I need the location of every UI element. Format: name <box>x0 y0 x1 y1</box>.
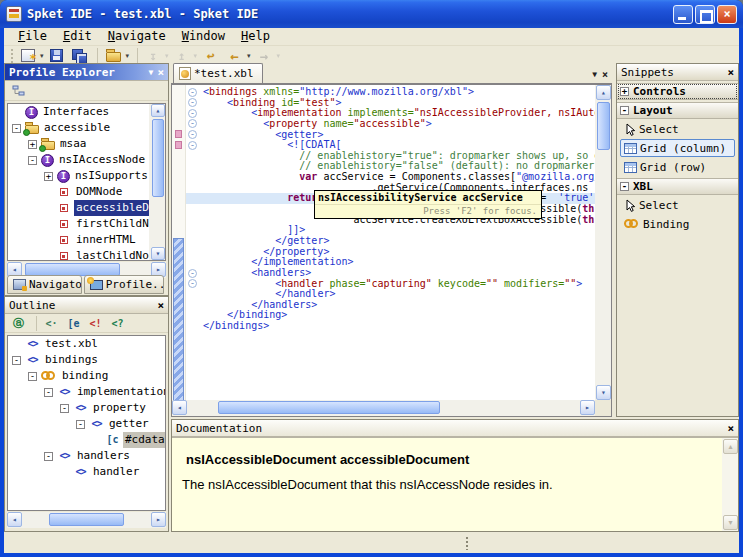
tree-item[interactable]: +InsISupports <box>8 168 151 184</box>
menu-file[interactable]: File <box>10 28 55 43</box>
filter-pi-button[interactable]: <? <box>108 315 130 332</box>
expand-icon[interactable]: + <box>28 140 37 149</box>
filter-comments-button[interactable]: <· <box>42 315 64 332</box>
dropdown-caret-icon[interactable]: ▾ <box>165 52 169 60</box>
dropdown-caret-icon[interactable]: ▾ <box>277 52 281 60</box>
documentation-close-icon[interactable]: × <box>727 421 734 436</box>
collapse-icon[interactable]: - <box>44 452 53 461</box>
toggle-attributes-button[interactable]: ⓐ <box>9 315 31 332</box>
tree-item[interactable]: -binding <box>8 368 165 384</box>
tree-item[interactable]: [c#cdata <box>8 432 165 448</box>
editor-annotation-ruler[interactable] <box>172 85 186 400</box>
code-viewport[interactable]: <bindings xmlns="http://www.mozilla.org/… <box>186 85 595 400</box>
tree-item[interactable]: <>handler <box>8 464 165 480</box>
collapse-icon[interactable]: - <box>28 156 37 165</box>
tree-hierarchy-button[interactable] <box>9 82 31 99</box>
tree-item[interactable]: -InsIAccessNode <box>8 152 151 168</box>
tree-item[interactable]: <>test.xbl <box>8 336 165 352</box>
view-tab-navigator[interactable]: Navigator <box>7 275 82 294</box>
new-wizard-button[interactable]: ▾ <box>19 47 46 65</box>
last-edit-location-button[interactable]: ↩ <box>201 47 223 65</box>
outline-tree[interactable]: <>test.xbl-<>bindings-binding-<>implemen… <box>7 335 166 511</box>
collapse-icon[interactable]: - <box>76 420 85 429</box>
snippet-item[interactable]: Binding <box>620 215 735 233</box>
tree-item[interactable]: -<>property <box>8 400 165 416</box>
tree-item[interactable]: accessibleDo <box>8 200 151 216</box>
tree-item[interactable]: firstChildNo <box>8 216 151 232</box>
minimize-button[interactable] <box>673 5 693 24</box>
scroll-up-icon[interactable]: ▴ <box>596 85 611 100</box>
outline-hscrollbar[interactable]: ◂ ▸ <box>7 512 166 528</box>
scroll-right-icon[interactable]: ▸ <box>151 512 166 527</box>
menu-edit[interactable]: Edit <box>55 28 100 43</box>
back-button[interactable]: ←▾ <box>225 47 253 65</box>
fold-collapse-icon[interactable]: - <box>188 269 197 278</box>
snippets-section-xbl[interactable]: -XBL <box>617 178 738 195</box>
collapse-icon[interactable]: - <box>620 182 629 191</box>
dropdown-caret-icon[interactable]: ▾ <box>247 52 251 60</box>
filter-doctype-button[interactable]: <! <box>86 315 108 332</box>
tree-item[interactable]: lastChildNod <box>8 248 151 260</box>
collapse-icon[interactable]: - <box>28 372 37 381</box>
dropdown-caret-icon[interactable]: ▾ <box>126 52 130 60</box>
documentation-vscrollbar[interactable]: ▴ ▾ <box>722 438 738 531</box>
tree-item[interactable]: -accessible <box>8 120 151 136</box>
editor-dropdown-icon[interactable]: ▼ <box>592 70 597 79</box>
expand-icon[interactable]: + <box>44 172 53 181</box>
dropdown-caret-icon[interactable]: ▾ <box>194 52 198 60</box>
editor-tab[interactable]: *test.xbl <box>173 63 263 83</box>
scroll-down-icon[interactable]: ▾ <box>596 385 611 400</box>
tree-item[interactable]: -<>getter <box>8 416 165 432</box>
menu-help[interactable]: Help <box>233 28 278 43</box>
profile-explorer-close-icon[interactable]: × <box>157 65 164 80</box>
tree-item[interactable]: DOMNode <box>8 184 151 200</box>
tree-item[interactable]: -<>handlers <box>8 448 165 464</box>
scroll-thumb[interactable] <box>597 102 610 150</box>
snippet-item[interactable]: Grid (column) <box>620 139 735 157</box>
scroll-left-icon[interactable]: ◂ <box>7 512 22 527</box>
collapse-icon[interactable]: - <box>12 356 21 365</box>
maximize-button[interactable] <box>695 5 715 24</box>
collapse-icon[interactable]: - <box>44 388 53 397</box>
scroll-thumb[interactable] <box>218 401 440 414</box>
tree-item[interactable]: +msaa <box>8 136 151 152</box>
snippets-section-controls[interactable]: +Controls <box>617 83 738 100</box>
close-button[interactable]: × <box>717 5 737 24</box>
scroll-thumb[interactable] <box>49 513 124 526</box>
tree-item[interactable]: -<>bindings <box>8 352 165 368</box>
dropdown-caret-icon[interactable]: ▾ <box>40 52 44 60</box>
editor-hscrollbar[interactable]: ◂ ▸ <box>172 400 595 416</box>
collapse-icon[interactable]: - <box>60 404 69 413</box>
scroll-thumb[interactable] <box>152 119 164 197</box>
snippet-item[interactable]: Select <box>620 120 735 138</box>
editor-vscrollbar[interactable]: ▴ ▾ <box>595 85 611 400</box>
editor-close-icon[interactable]: × <box>602 69 608 80</box>
collapse-icon[interactable]: - <box>620 106 629 115</box>
scroll-left-icon[interactable]: ◂ <box>172 400 187 415</box>
save-all-button[interactable] <box>70 47 91 65</box>
fold-collapse-icon[interactable]: - <box>188 141 197 150</box>
outline-close-icon[interactable]: × <box>157 298 164 313</box>
scroll-up-icon[interactable]: ▴ <box>151 104 165 117</box>
tree-item[interactable]: IInterfaces <box>8 104 151 120</box>
expand-icon[interactable]: + <box>620 87 629 96</box>
open-folder-button[interactable]: ▾ <box>104 47 132 65</box>
snippets-section-layout[interactable]: -Layout <box>617 102 738 119</box>
tree-item[interactable]: innerHTML <box>8 232 151 248</box>
tree-item[interactable]: -<>implementation <box>8 384 165 400</box>
scroll-right-icon[interactable]: ▸ <box>580 400 595 415</box>
filter-cdata-button[interactable]: [e <box>64 315 86 332</box>
menu-navigate[interactable]: Navigate <box>100 28 174 43</box>
sash-handle-icon[interactable] <box>466 537 468 550</box>
view-menu-icon[interactable]: ▼ <box>149 65 154 80</box>
collapse-icon[interactable]: - <box>12 124 21 133</box>
snippets-close-icon[interactable]: × <box>727 65 734 80</box>
scroll-down-icon[interactable]: ▾ <box>151 247 165 260</box>
menu-window[interactable]: Window <box>174 28 233 43</box>
editor-body[interactable]: <bindings xmlns="http://www.mozilla.org/… <box>171 84 612 417</box>
save-button[interactable] <box>48 47 68 65</box>
profile-tree[interactable]: IInterfaces-accessible+msaa-InsIAccessNo… <box>7 103 166 261</box>
fold-collapse-icon[interactable]: - <box>188 109 197 118</box>
view-tab-profile[interactable]: Profile... <box>84 275 164 294</box>
profile-tree-vscrollbar[interactable]: ▴ ▾ <box>149 104 165 260</box>
